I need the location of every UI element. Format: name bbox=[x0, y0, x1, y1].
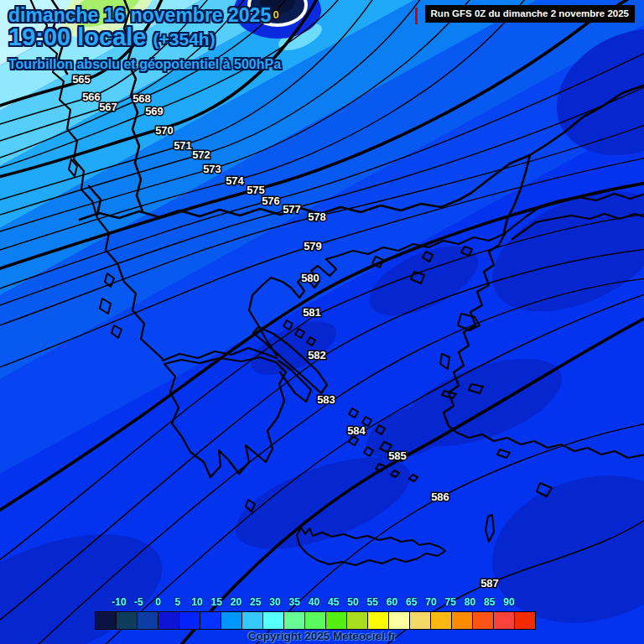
legend-cell bbox=[221, 611, 242, 630]
legend-tick: 25 bbox=[250, 596, 261, 608]
copyright-label: Copyright 2025 Meteociel.fr bbox=[0, 630, 644, 642]
contour-label: 572 bbox=[192, 148, 210, 161]
vorticity-zero-label: 0 bbox=[273, 8, 278, 21]
legend-tick: 90 bbox=[503, 596, 514, 608]
legend-cell bbox=[305, 611, 326, 630]
contour-label: 571 bbox=[174, 139, 192, 152]
legend-tick: 55 bbox=[367, 596, 378, 608]
contour-label: 587 bbox=[480, 577, 499, 589]
legend-tick: 80 bbox=[465, 596, 475, 608]
legend-tick: -5 bbox=[134, 596, 143, 608]
legend-tick: 65 bbox=[406, 596, 417, 608]
valid-time: 19:00 locale bbox=[8, 23, 146, 50]
legend-cell bbox=[347, 611, 368, 630]
legend-cell bbox=[242, 611, 263, 630]
legend-cell bbox=[368, 611, 389, 630]
contour-label: 569 bbox=[145, 105, 164, 117]
legend-tick: 10 bbox=[191, 596, 202, 608]
legend-cell bbox=[389, 611, 410, 630]
contour-label: 567 bbox=[99, 101, 117, 113]
legend-cell bbox=[117, 611, 138, 630]
legend-ticks: -10-505101520253035404550556065707580859… bbox=[0, 596, 644, 609]
legend-cell bbox=[263, 611, 284, 630]
legend-tick: 50 bbox=[347, 596, 358, 608]
legend-cell bbox=[410, 611, 431, 630]
legend-cell bbox=[326, 611, 347, 630]
contour-label: 584 bbox=[347, 424, 366, 437]
contour-label: 581 bbox=[303, 306, 321, 319]
weather-map-page: 5655665675685695705715725735745755765775… bbox=[0, 0, 644, 644]
legend-cell bbox=[200, 611, 221, 630]
parameter-title: Tourbillon absolu et géopotentiel à 500h… bbox=[8, 57, 281, 72]
legend-tick: 5 bbox=[174, 596, 180, 608]
map-canvas: 5655665675685695705715725735745755765775… bbox=[0, 0, 644, 644]
contour-label: 580 bbox=[301, 272, 319, 284]
legend-tick: 70 bbox=[425, 596, 436, 608]
contour-label: 586 bbox=[431, 491, 449, 503]
legend-tick: 20 bbox=[231, 596, 242, 608]
legend-cell bbox=[138, 611, 158, 630]
legend-cell bbox=[452, 611, 473, 630]
contour-label: 565 bbox=[72, 73, 91, 86]
legend-cell bbox=[494, 611, 515, 630]
contour-label: 583 bbox=[317, 393, 335, 406]
legend-tick: -10 bbox=[112, 596, 126, 608]
legend-tick: 75 bbox=[445, 596, 456, 608]
contour-label: 582 bbox=[308, 349, 326, 361]
contour-label: 568 bbox=[132, 92, 151, 105]
legend-tick: 0 bbox=[155, 596, 161, 608]
contour-label: 574 bbox=[226, 174, 244, 187]
contour-label: 585 bbox=[388, 449, 407, 462]
valid-time-label: 19:00 locale (+354h) bbox=[8, 23, 216, 51]
legend-tick: 15 bbox=[211, 596, 222, 608]
contour-label: 579 bbox=[304, 240, 322, 252]
contour-label: 566 bbox=[82, 91, 101, 103]
contour-label: 577 bbox=[283, 203, 301, 216]
legend-tick: 30 bbox=[269, 596, 280, 608]
legend-cell bbox=[473, 611, 494, 630]
contour-label: 576 bbox=[262, 195, 280, 207]
legend-tick: 85 bbox=[484, 596, 495, 608]
contour-label: 578 bbox=[308, 210, 326, 223]
run-info-box: Run GFS 0Z du dimanche 2 novembre 2025 bbox=[425, 5, 635, 23]
legend-cell bbox=[431, 611, 452, 630]
legend-boxes bbox=[95, 611, 536, 630]
forecast-offset: (+354h) bbox=[153, 29, 216, 49]
legend-tick: 40 bbox=[309, 596, 319, 608]
legend-tick: 35 bbox=[289, 596, 300, 608]
legend-tick: 60 bbox=[387, 596, 397, 608]
red-marker-bar bbox=[415, 8, 418, 24]
legend-cell bbox=[179, 611, 200, 630]
legend-tick: 45 bbox=[328, 596, 339, 608]
legend-cell bbox=[158, 611, 179, 630]
legend-cell bbox=[95, 611, 117, 630]
legend-cell bbox=[515, 611, 536, 630]
contour-label: 570 bbox=[155, 124, 174, 137]
contour-label: 573 bbox=[203, 163, 221, 175]
legend-cell bbox=[284, 611, 305, 630]
